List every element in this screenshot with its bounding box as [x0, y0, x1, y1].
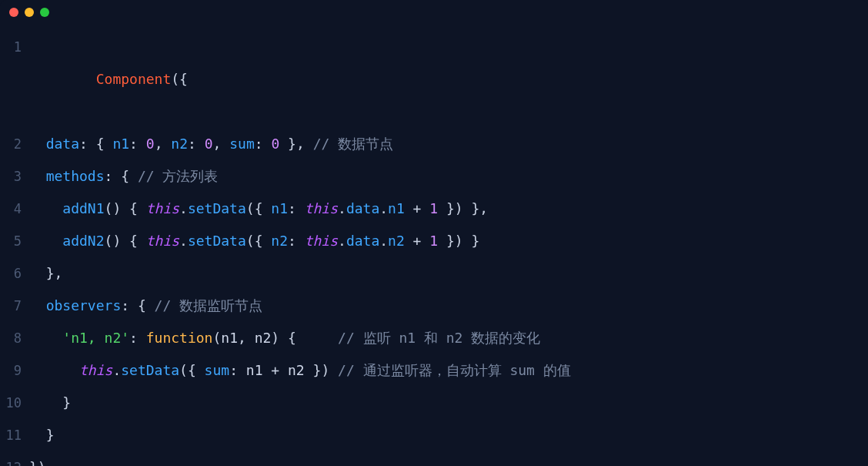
- token-property: n2: [388, 233, 405, 249]
- token-property: n2: [171, 136, 188, 152]
- indent: [29, 265, 46, 281]
- token-punct: ,: [155, 136, 172, 152]
- token-punct: :: [288, 233, 305, 249]
- token-punct: }) },: [438, 200, 488, 216]
- minimize-icon[interactable]: [25, 8, 34, 17]
- code-line: 1 Component({: [0, 31, 868, 128]
- token-comment: // 数据节点: [313, 136, 394, 152]
- token-number: 1: [429, 200, 438, 216]
- token-keyword: this: [146, 200, 179, 216]
- token-keyword: this: [305, 200, 338, 216]
- token-property: observers: [46, 297, 122, 313]
- token-punct: +: [405, 200, 430, 216]
- token-punct: .: [338, 200, 346, 216]
- token-punct: ,: [213, 136, 230, 152]
- zoom-icon[interactable]: [40, 8, 49, 17]
- token-punct: :: [288, 200, 305, 216]
- token-keyword: this: [79, 362, 112, 378]
- token-punct: ({: [246, 233, 272, 249]
- line-number: 10: [0, 387, 26, 419]
- token-punct: }): [29, 459, 46, 466]
- token-punct: },: [279, 136, 312, 152]
- token-method: setData: [188, 233, 246, 249]
- code-line: 2 data: { n1: 0, n2: 0, sum: 0 }, // 数据节…: [0, 128, 868, 160]
- token-comment: // 监听 n1 和 n2 数据的变化: [338, 330, 540, 346]
- code-line: 9 this.setData({ sum: n1 + n2 }) // 通过监听…: [0, 354, 868, 387]
- token-identifier: Component: [96, 71, 172, 87]
- token-param: n1: [221, 330, 238, 346]
- token-punct: },: [46, 265, 63, 281]
- token-number: 1: [429, 233, 438, 249]
- code-line: 3 methods: { // 方法列表: [0, 160, 868, 193]
- code-line: 11 }: [0, 419, 868, 451]
- indent: [29, 233, 62, 249]
- line-number: 12: [0, 451, 26, 466]
- token-punct: +: [405, 233, 430, 249]
- token-punct: .: [179, 233, 188, 249]
- line-number: 1: [0, 31, 26, 63]
- token-comment: // 数据监听节点: [155, 297, 263, 313]
- token-punct: ) {: [271, 330, 338, 346]
- token-param: n2: [255, 330, 272, 346]
- close-icon[interactable]: [9, 8, 18, 17]
- token-punct: .: [179, 200, 188, 216]
- line-number: 6: [0, 257, 26, 290]
- token-punct: (: [212, 330, 221, 346]
- token-number: 0: [146, 136, 155, 152]
- token-punct: .: [379, 200, 388, 216]
- token-punct: :: [129, 136, 146, 152]
- indent: [29, 200, 62, 216]
- code-line: 4 addN1() { this.setData({ n1: this.data…: [0, 193, 868, 225]
- token-number: 0: [271, 136, 279, 152]
- token-keyword: function: [146, 330, 213, 346]
- token-punct: ({: [171, 71, 188, 87]
- token-punct: :: [255, 136, 272, 152]
- token-punct: : {: [79, 136, 112, 152]
- token-property: sum: [229, 136, 255, 152]
- token-property: methods: [46, 168, 105, 184]
- indent: [29, 168, 46, 184]
- indent: [29, 330, 62, 346]
- line-number: 8: [0, 322, 26, 354]
- token-property: n1: [388, 200, 405, 216]
- token-property: data: [346, 233, 379, 249]
- token-property: sum: [205, 362, 230, 378]
- token-keyword: this: [146, 233, 179, 249]
- code-line: 5 addN2() { this.setData({ n2: this.data…: [0, 225, 868, 257]
- code-window: 1 Component({ 2 data: { n1: 0, n2: 0, su…: [0, 0, 868, 466]
- indent: [29, 427, 46, 443]
- token-method: addN2: [62, 233, 104, 249]
- token-punct: }) }: [438, 233, 479, 249]
- token-property: n2: [271, 233, 288, 249]
- line-number: 3: [0, 160, 26, 193]
- token-property: data: [346, 200, 379, 216]
- token-punct: .: [338, 233, 346, 249]
- code-editor[interactable]: 1 Component({ 2 data: { n1: 0, n2: 0, su…: [0, 25, 868, 466]
- code-line: 7 observers: { // 数据监听节点: [0, 290, 868, 322]
- token-var: n1: [246, 362, 263, 378]
- token-punct: :: [188, 136, 205, 152]
- token-comment: // 方法列表: [138, 168, 219, 184]
- token-punct: :: [229, 362, 246, 378]
- line-number: 5: [0, 225, 26, 257]
- code-line: 6 },: [0, 257, 868, 290]
- token-property: n1: [112, 136, 129, 152]
- token-string: 'n1, n2': [62, 330, 129, 346]
- line-number: 2: [0, 128, 26, 160]
- token-punct: () {: [105, 200, 146, 216]
- token-var: n2: [288, 362, 305, 378]
- token-punct: :: [129, 330, 146, 346]
- token-keyword: this: [305, 233, 338, 249]
- token-punct: +: [263, 362, 289, 378]
- token-punct: () {: [105, 233, 146, 249]
- code-line: 12 }): [0, 451, 868, 466]
- token-punct: : {: [121, 297, 154, 313]
- line-number: 9: [0, 354, 26, 387]
- line-number: 4: [0, 193, 26, 225]
- token-punct: }: [46, 427, 55, 443]
- window-titlebar: [0, 0, 868, 25]
- token-property: data: [46, 136, 79, 152]
- token-punct: .: [112, 362, 121, 378]
- indent: [29, 394, 62, 411]
- token-punct: }: [62, 394, 71, 411]
